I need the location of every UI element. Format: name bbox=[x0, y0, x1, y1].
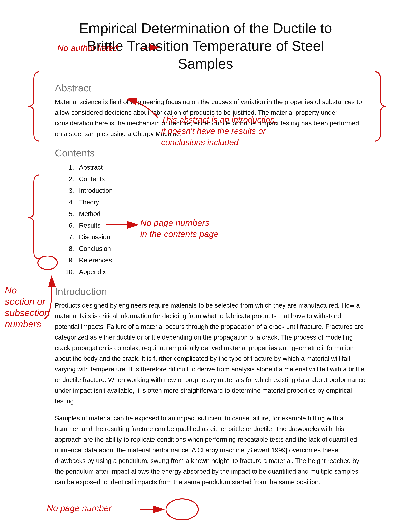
intro-circle bbox=[38, 256, 57, 270]
no-section-l3: subsection bbox=[5, 307, 49, 318]
contents-section: Contents 1.Abstract 2.Contents 3.Introdu… bbox=[55, 147, 366, 278]
page-number-circle bbox=[166, 499, 198, 520]
list-item: 10.Appendix bbox=[65, 266, 366, 278]
contents-list: 1.Abstract 2.Contents 3.Introduction 4.T… bbox=[65, 162, 366, 278]
abstract-bracket bbox=[28, 72, 39, 141]
abstract-heading: Abstract bbox=[55, 82, 366, 94]
introduction-para1: Products designed by engineers require m… bbox=[55, 300, 366, 406]
no-section-l4: numbers bbox=[5, 319, 41, 329]
abstract-body: Material science is field of engineering… bbox=[55, 96, 366, 139]
main-title: Empirical Determination of the Ductile t… bbox=[45, 19, 366, 73]
contents-bracket bbox=[28, 175, 39, 259]
contents-heading: Contents bbox=[55, 147, 366, 159]
no-section-l2: section or bbox=[5, 296, 46, 307]
list-item: 6.Results bbox=[65, 219, 366, 231]
no-page-number-annotation: No page number bbox=[47, 503, 112, 513]
title-line2: Brittle Transition Temperature of Steel bbox=[87, 38, 324, 54]
list-item: 2.Contents bbox=[65, 173, 366, 185]
page: Empirical Determination of the Ductile t… bbox=[0, 0, 411, 532]
abstract-section: Abstract Material science is field of en… bbox=[55, 82, 366, 139]
list-item: 4.Theory bbox=[65, 196, 366, 208]
no-section-arrow bbox=[44, 277, 52, 319]
list-item: 3.Introduction bbox=[65, 185, 366, 196]
no-section-l1: No bbox=[5, 285, 17, 295]
abstract-bracket-right bbox=[375, 72, 386, 141]
title-line3: Samples bbox=[178, 56, 233, 72]
list-item: 8.Conclusion bbox=[65, 243, 366, 254]
introduction-para2: Samples of material can be exposed to an… bbox=[55, 413, 366, 487]
title-line1: Empirical Determination of the Ductile t… bbox=[79, 20, 332, 36]
list-item: 7.Discussion bbox=[65, 231, 366, 243]
introduction-heading: Introduction bbox=[55, 286, 366, 297]
list-item: 9.References bbox=[65, 254, 366, 266]
list-item: 5.Method bbox=[65, 208, 366, 219]
title-section: Empirical Determination of the Ductile t… bbox=[45, 19, 366, 73]
introduction-section: Introduction Products designed by engine… bbox=[55, 286, 366, 487]
list-item: 1.Abstract bbox=[65, 162, 366, 173]
